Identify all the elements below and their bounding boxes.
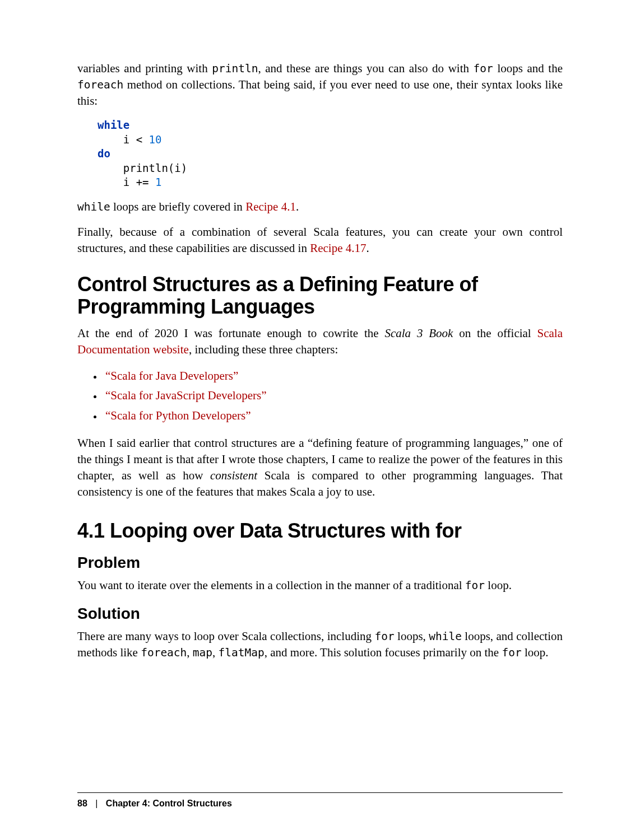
code-text: println(i) — [98, 162, 187, 174]
code-text: i — [98, 133, 136, 146]
text: , and these are things you can also do w… — [258, 62, 473, 75]
link-python-devs[interactable]: “Scala for Python Developers” — [105, 409, 251, 422]
inline-code-while: while — [77, 200, 110, 213]
text: At the end of 2020 I was fortunate enoug… — [77, 326, 384, 340]
text: , including these three chapters: — [189, 343, 338, 356]
heading-solution: Solution — [77, 605, 563, 623]
text: loops, — [395, 629, 429, 643]
inline-code-for: for — [502, 646, 521, 659]
paragraph-own-control: Finally, because of a combination of sev… — [77, 224, 563, 256]
code-keyword: while — [98, 119, 129, 131]
inline-code-foreach: foreach — [77, 78, 123, 91]
list-item: “Scala for JavaScript Developers” — [103, 386, 563, 405]
inline-code-for: for — [474, 62, 493, 75]
text: on the official — [453, 326, 537, 340]
footer-separator: | — [95, 799, 98, 808]
page-number: 88 — [77, 799, 87, 808]
code-keyword: do — [98, 147, 110, 160]
paragraph-solution: There are many ways to loop over Scala c… — [77, 628, 563, 661]
text: . — [367, 241, 369, 255]
text: loops and the — [493, 62, 563, 75]
text: You want to iterate over the elements in… — [77, 578, 465, 592]
text: loop. — [522, 646, 549, 659]
link-recipe-4-17[interactable]: Recipe 4.17 — [310, 241, 366, 255]
inline-code-println: println — [212, 62, 258, 75]
heading-control-structures: Control Structures as a Defining Feature… — [77, 273, 563, 319]
inline-code-map: map — [193, 646, 212, 659]
code-text — [149, 176, 155, 188]
paragraph-consistency: When I said earlier that control structu… — [77, 435, 563, 500]
inline-code-for: for — [465, 579, 485, 592]
code-number: 10 — [149, 133, 162, 146]
page: variables and printing with println, and… — [0, 0, 640, 840]
emphasis-consistent: consistent — [210, 469, 257, 482]
code-text — [142, 133, 149, 146]
heading-recipe-4-1: 4.1 Looping over Data Structures with fo… — [77, 519, 563, 543]
inline-code-for: for — [374, 630, 394, 643]
code-text: i — [98, 176, 136, 188]
link-java-devs[interactable]: “Scala for Java Developers” — [105, 369, 238, 382]
text: method on collections. That being said, … — [77, 78, 563, 108]
page-footer: 88 | Chapter 4: Control Structures — [77, 792, 563, 809]
paragraph-intro: variables and printing with println, and… — [77, 60, 563, 109]
list-item: “Scala for Java Developers” — [103, 367, 563, 386]
chapter-label: Chapter 4: Control Structures — [106, 799, 232, 808]
text: variables and printing with — [77, 62, 212, 75]
inline-code-flatmap: flatMap — [219, 646, 265, 659]
text: loops are briefly covered in — [110, 200, 245, 213]
bullet-list: “Scala for Java Developers” “Scala for J… — [77, 367, 563, 426]
paragraph-while-ref: while loops are briefly covered in Recip… — [77, 199, 563, 215]
list-item: “Scala for Python Developers” — [103, 407, 563, 426]
inline-code-while: while — [429, 630, 462, 643]
code-op: += — [136, 176, 149, 188]
inline-code-foreach: foreach — [141, 646, 187, 659]
emphasis-scala3book: Scala 3 Book — [384, 326, 453, 340]
text: , — [212, 646, 219, 659]
paragraph-scala3book: At the end of 2020 I was fortunate enoug… — [77, 325, 563, 358]
text: . — [296, 200, 299, 213]
link-recipe-4-1[interactable]: Recipe 4.1 — [245, 200, 296, 213]
link-js-devs[interactable]: “Scala for JavaScript Developers” — [105, 389, 266, 402]
text: There are many ways to loop over Scala c… — [77, 629, 374, 643]
code-block-while: while i < 10 do println(i) i += 1 — [98, 118, 563, 190]
heading-problem: Problem — [77, 554, 563, 572]
text: , and more. This solution focuses primar… — [265, 646, 502, 659]
text: , — [187, 646, 193, 659]
code-op: < — [136, 133, 142, 146]
text: loop. — [485, 578, 512, 592]
code-number: 1 — [155, 176, 161, 188]
paragraph-problem: You want to iterate over the elements in… — [77, 577, 563, 594]
